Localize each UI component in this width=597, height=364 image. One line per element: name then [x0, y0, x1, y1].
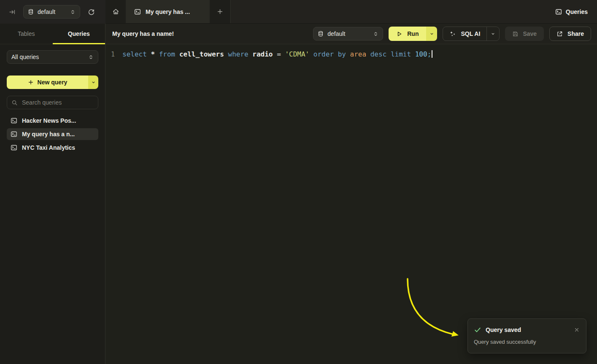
- query-item-label: My query has a n...: [22, 131, 75, 138]
- home-button[interactable]: [105, 0, 126, 23]
- code-line: 1 select * from cell_towers where radio …: [105, 50, 597, 59]
- refresh-button[interactable]: [86, 6, 97, 17]
- database-icon: [318, 31, 324, 37]
- query-filter-value: All queries: [11, 54, 39, 60]
- save-label: Save: [523, 30, 537, 37]
- query-title[interactable]: My query has a name!: [112, 30, 313, 37]
- close-icon: [574, 327, 579, 332]
- queries-panel-button[interactable]: Queries: [555, 8, 588, 15]
- search-queries-input[interactable]: [21, 99, 94, 106]
- run-label: Run: [407, 30, 419, 37]
- check-icon: [474, 326, 481, 334]
- save-button[interactable]: Save: [505, 27, 544, 41]
- query-terminal-icon: [11, 131, 17, 138]
- search-icon: [11, 100, 18, 106]
- chevron-down-icon: [491, 32, 495, 36]
- new-query-main[interactable]: New query: [7, 75, 88, 89]
- collapse-sidebar-button[interactable]: [7, 6, 18, 17]
- toast-close-button[interactable]: [573, 326, 580, 333]
- tab-label: My query has ...: [146, 8, 190, 15]
- tab-my-query[interactable]: My query has ...: [126, 0, 210, 23]
- new-query-dropdown[interactable]: [88, 75, 98, 89]
- query-list-item[interactable]: Hacker News Pos...: [7, 115, 98, 127]
- tab-tables-label: Tables: [18, 30, 35, 37]
- query-terminal-icon: [11, 144, 17, 151]
- plus-icon: [217, 8, 223, 15]
- sql-ai-label: SQL AI: [461, 30, 480, 37]
- toolbar-database-value: default: [327, 30, 345, 37]
- query-header: My query has a name! default Run SQL AI: [105, 24, 597, 44]
- query-list-item[interactable]: NYC Taxi Analytics: [7, 142, 98, 154]
- database-selector-value: default: [38, 8, 55, 15]
- run-dropdown[interactable]: [426, 27, 437, 41]
- chevron-up-down-icon: [70, 9, 76, 15]
- text-cursor: [432, 50, 432, 58]
- tab-queries[interactable]: Queries: [53, 24, 105, 44]
- home-icon: [112, 8, 119, 15]
- sql-editor[interactable]: 1 select * from cell_towers where radio …: [105, 44, 597, 364]
- play-icon: [396, 31, 403, 37]
- toast-title: Query saved: [486, 326, 521, 333]
- tab-strip-right: Queries: [231, 0, 597, 23]
- share-button[interactable]: Share: [549, 27, 591, 41]
- chevron-up-down-icon: [373, 31, 378, 37]
- refresh-icon: [88, 8, 95, 16]
- run-main[interactable]: Run: [389, 27, 426, 41]
- new-tab-button[interactable]: [210, 0, 231, 23]
- save-icon: [512, 31, 519, 37]
- chevron-up-down-icon: [88, 54, 94, 60]
- toast-query-saved: Query saved Query saved successfully: [467, 318, 586, 353]
- query-item-label: Hacker News Pos...: [22, 117, 76, 124]
- tab-strip: My query has ... Queries: [105, 0, 597, 24]
- share-icon: [556, 31, 563, 37]
- query-toolbar: default Run SQL AI Save: [313, 27, 591, 41]
- run-button[interactable]: Run: [389, 27, 437, 41]
- new-query-button[interactable]: New query: [7, 75, 98, 89]
- toolbar-database-selector[interactable]: default: [313, 27, 383, 40]
- sidebar-tabs: Tables Queries: [0, 24, 105, 44]
- chevron-down-icon: [430, 32, 434, 36]
- sql-code: select * from cell_towers where radio = …: [122, 50, 432, 59]
- line-number: 1: [105, 50, 115, 59]
- sidebar: Tables Queries All queries New query Hac…: [0, 24, 105, 364]
- query-terminal-icon: [555, 8, 562, 15]
- toast-message: Query saved successfully: [474, 339, 580, 345]
- topbar-left: default: [0, 0, 105, 24]
- queries-panel-label: Queries: [566, 8, 588, 15]
- tab-queries-label: Queries: [68, 30, 90, 37]
- query-list-item-selected[interactable]: My query has a n...: [7, 128, 98, 140]
- sql-ai-dropdown[interactable]: [486, 27, 499, 40]
- tab-tables[interactable]: Tables: [0, 24, 53, 44]
- query-list: Hacker News Pos... My query has a n... N…: [0, 115, 105, 154]
- query-item-label: NYC Taxi Analytics: [22, 144, 75, 151]
- sparkles-icon: [449, 30, 456, 37]
- share-label: Share: [567, 30, 584, 37]
- plus-icon: [28, 79, 34, 85]
- new-query-label: New query: [38, 79, 68, 86]
- database-selector[interactable]: default: [23, 5, 80, 19]
- database-icon: [28, 9, 34, 15]
- collapse-sidebar-icon: [9, 8, 16, 16]
- sql-ai-button[interactable]: SQL AI: [443, 27, 500, 41]
- sql-ai-main[interactable]: SQL AI: [443, 27, 486, 40]
- query-terminal-icon: [134, 8, 141, 15]
- toast-header: Query saved: [474, 326, 580, 334]
- chevron-down-icon: [91, 80, 96, 85]
- query-filter-select[interactable]: All queries: [7, 50, 98, 64]
- query-terminal-icon: [11, 117, 17, 124]
- search-queries-box: [7, 96, 98, 109]
